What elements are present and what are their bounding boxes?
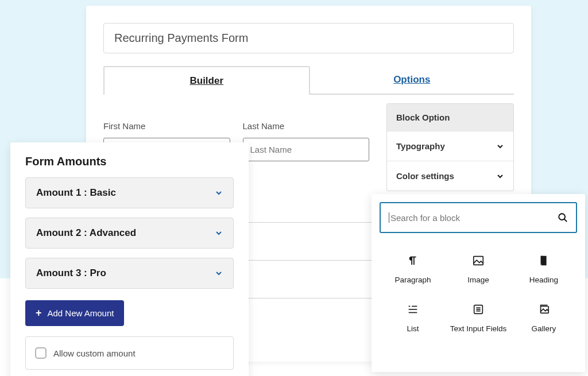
svg-point-0 <box>559 214 565 220</box>
sidebar-item-label: Color settings <box>396 171 454 181</box>
gallery-icon <box>537 303 551 316</box>
block-item-label: Gallery <box>532 324 556 333</box>
chevron-down-icon <box>496 172 504 180</box>
paragraph-icon <box>406 254 420 268</box>
block-option-sidebar: Block Option Typography Color settings <box>386 103 514 191</box>
last-name-label: Last Name <box>243 121 370 131</box>
block-option-title: Block Option <box>387 104 513 131</box>
svg-rect-3 <box>541 256 546 266</box>
chevron-down-icon <box>215 269 223 277</box>
image-icon <box>471 254 485 268</box>
amount-row-label: Amount 1 : Basic <box>36 187 116 199</box>
sidebar-item-color-settings[interactable]: Color settings <box>387 161 513 191</box>
block-item-label: Paragraph <box>394 276 431 284</box>
block-item-paragraph[interactable]: Paragraph <box>382 250 444 296</box>
heading-icon <box>537 254 551 268</box>
amount-row-pro[interactable]: Amount 3 : Pro <box>25 258 234 289</box>
search-icon <box>558 212 568 223</box>
chevron-down-icon <box>215 189 223 197</box>
block-item-image[interactable]: Image <box>447 250 509 296</box>
block-item-text-input[interactable]: Text Input Fields <box>447 299 509 344</box>
amount-row-advanced[interactable]: Amount 2 : Advanced <box>25 218 234 249</box>
svg-rect-2 <box>474 257 483 265</box>
chevron-down-icon <box>496 142 504 150</box>
list-icon <box>406 303 420 316</box>
chevron-down-icon <box>215 229 223 237</box>
block-grid: Paragraph Image Heading List Text Input … <box>380 250 577 344</box>
sidebar-item-label: Typography <box>396 141 445 151</box>
text-cursor <box>389 212 389 223</box>
block-item-label: List <box>407 324 419 333</box>
first-name-label: First Name <box>103 121 230 131</box>
text-input-icon <box>471 303 485 316</box>
plus-icon: + <box>36 307 42 319</box>
svg-line-1 <box>564 219 567 222</box>
tab-builder[interactable]: Builder <box>103 66 310 95</box>
block-inserter-panel: Paragraph Image Heading List Text Input … <box>372 194 585 372</box>
allow-custom-label: Allow custom amount <box>53 348 136 358</box>
add-new-amount-label: Add New Amount <box>48 308 114 318</box>
amount-row-label: Amount 3 : Pro <box>36 268 106 279</box>
sidebar-item-typography[interactable]: Typography <box>387 131 513 161</box>
block-item-gallery[interactable]: Gallery <box>513 299 575 344</box>
last-name-field: Last Name <box>243 121 370 161</box>
block-item-label: Image <box>467 276 489 284</box>
allow-custom-amount-row[interactable]: Allow custom amount <box>25 336 234 370</box>
add-new-amount-button[interactable]: + Add New Amount <box>25 300 124 326</box>
block-item-label: Heading <box>529 276 558 284</box>
tab-options[interactable]: Options <box>310 66 514 95</box>
block-item-heading[interactable]: Heading <box>513 250 575 296</box>
amount-row-basic[interactable]: Amount 1 : Basic <box>25 177 234 208</box>
block-search-input[interactable] <box>390 213 558 223</box>
form-title-input[interactable] <box>103 23 514 53</box>
amount-row-label: Amount 2 : Advanced <box>36 227 136 239</box>
block-search-wrap[interactable] <box>380 202 577 233</box>
tabs-row: Builder Options <box>103 66 514 95</box>
allow-custom-checkbox[interactable] <box>35 347 47 359</box>
block-item-list[interactable]: List <box>382 299 444 344</box>
last-name-input[interactable] <box>243 138 370 161</box>
form-amounts-title: Form Amounts <box>25 155 234 168</box>
block-item-label: Text Input Fields <box>450 324 506 333</box>
form-amounts-panel: Form Amounts Amount 1 : Basic Amount 2 :… <box>10 142 249 376</box>
